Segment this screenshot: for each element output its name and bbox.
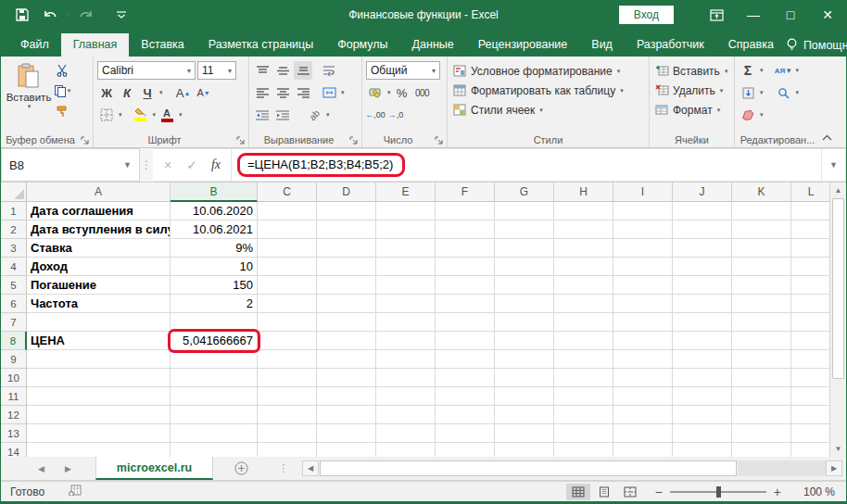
column-header-G[interactable]: G: [495, 183, 554, 202]
cell-B13[interactable]: [171, 424, 258, 443]
cell-J8[interactable]: [673, 332, 732, 350]
clear-icon[interactable]: [739, 106, 757, 124]
cell-C9[interactable]: [258, 350, 317, 369]
cell-G3[interactable]: [495, 239, 554, 258]
cell-B1[interactable]: 10.06.2020: [171, 202, 258, 220]
new-sheet-icon[interactable]: [213, 457, 269, 480]
orientation-icon[interactable]: ab: [301, 102, 327, 128]
cell-I13[interactable]: [613, 424, 673, 443]
cell-L2[interactable]: [791, 220, 829, 239]
maximize-button[interactable]: □: [772, 0, 809, 30]
cell-A11[interactable]: [27, 387, 171, 406]
cell-F3[interactable]: [436, 239, 495, 258]
italic-button[interactable]: К: [118, 83, 136, 102]
column-header-J[interactable]: J: [673, 183, 732, 202]
fill-color-icon[interactable]: [132, 106, 150, 124]
ribbon-display-options-icon[interactable]: [698, 0, 735, 30]
font-color-icon[interactable]: А: [158, 106, 176, 124]
scroll-right-icon[interactable]: ▶: [826, 460, 842, 476]
cell-E12[interactable]: [376, 406, 436, 424]
cell-L6[interactable]: [791, 295, 829, 313]
cell-J1[interactable]: [673, 202, 732, 220]
cell-E2[interactable]: [376, 220, 436, 239]
row-header-2[interactable]: 2: [1, 220, 27, 239]
cell-H14[interactable]: [554, 443, 613, 457]
delete-cells-button[interactable]: Удалить▾: [653, 81, 732, 100]
cell-A14[interactable]: [27, 443, 171, 457]
wrap-text-icon[interactable]: [320, 61, 338, 80]
row-header-14[interactable]: 14: [1, 443, 27, 457]
underline-dropdown-icon[interactable]: ▾: [159, 89, 163, 96]
cell-A3[interactable]: Ставка: [27, 239, 171, 258]
cell-C1[interactable]: [258, 202, 317, 220]
column-header-E[interactable]: E: [376, 183, 436, 202]
cell-B11[interactable]: [171, 387, 258, 406]
cell-E7[interactable]: [376, 313, 436, 332]
row-header-3[interactable]: 3: [1, 239, 27, 258]
cell-H8[interactable]: [554, 332, 613, 350]
enter-formula-icon[interactable]: ✓: [181, 158, 203, 172]
borders-icon[interactable]: [97, 106, 116, 124]
cell-E1[interactable]: [376, 202, 436, 220]
column-header-I[interactable]: I: [613, 183, 673, 202]
cell-L3[interactable]: [791, 239, 829, 258]
cell-F12[interactable]: [436, 406, 495, 424]
cell-L1[interactable]: [791, 202, 829, 220]
align-top-icon[interactable]: [253, 61, 272, 80]
fill-color-dropdown-icon[interactable]: ▾: [153, 111, 157, 119]
cell-J9[interactable]: [673, 350, 732, 369]
zoom-in-icon[interactable]: +: [774, 485, 781, 499]
cell-D14[interactable]: [317, 443, 376, 457]
scroll-down-icon[interactable]: ▼: [830, 441, 846, 457]
scroll-left-icon[interactable]: ◀: [302, 460, 319, 476]
cell-I11[interactable]: [613, 387, 673, 406]
redo-dropdown-icon[interactable]: ▾: [103, 11, 107, 19]
next-sheet-icon[interactable]: ▶: [65, 464, 71, 473]
cell-J10[interactable]: [673, 369, 732, 387]
find-select-icon[interactable]: [775, 83, 793, 102]
cell-G4[interactable]: [495, 258, 554, 276]
cell-J11[interactable]: [673, 387, 732, 406]
column-header-F[interactable]: F: [436, 183, 495, 202]
ribbon-tab[interactable]: Разметка страницы: [196, 33, 325, 57]
cell-B8[interactable]: 5,041666667: [171, 332, 258, 350]
cell-K6[interactable]: [732, 295, 791, 313]
vertical-scrollbar[interactable]: ▲ ▼: [829, 183, 846, 457]
merge-center-dropdown-icon[interactable]: ▾: [341, 89, 345, 96]
row-header-1[interactable]: 1: [1, 202, 27, 220]
cancel-formula-icon[interactable]: ×: [157, 158, 179, 172]
row-header-11[interactable]: 11: [1, 387, 27, 406]
undo-icon[interactable]: [38, 4, 62, 26]
horizontal-scrollbar[interactable]: ◀ ▶: [298, 457, 846, 480]
zoom-slider-thumb[interactable]: [716, 486, 721, 498]
zoom-level[interactable]: 100 %: [794, 485, 835, 498]
cell-L9[interactable]: [791, 350, 829, 369]
cell-A9[interactable]: [27, 350, 171, 369]
cell-B3[interactable]: 9%: [171, 239, 258, 258]
cell-B7[interactable]: [171, 313, 258, 332]
formula-bar-splitter[interactable]: ⋮: [140, 148, 153, 182]
cell-D9[interactable]: [317, 350, 376, 369]
cell-D2[interactable]: [317, 220, 376, 239]
cell-D4[interactable]: [317, 258, 376, 276]
cell-H7[interactable]: [554, 313, 613, 332]
collapse-ribbon-icon[interactable]: [822, 131, 832, 144]
undo-dropdown-icon[interactable]: ▾: [67, 11, 70, 19]
cell-E14[interactable]: [376, 443, 436, 457]
decrease-indent-icon[interactable]: [253, 106, 272, 124]
ribbon-tab[interactable]: Рецензирование: [466, 33, 580, 57]
cell-K2[interactable]: [732, 220, 791, 239]
fill-dropdown-icon[interactable]: ▾: [760, 89, 764, 96]
cell-C6[interactable]: [258, 295, 317, 313]
save-icon[interactable]: [10, 4, 34, 26]
cell-D5[interactable]: [317, 276, 376, 295]
fill-down-icon[interactable]: [739, 83, 757, 102]
view-page-layout-icon[interactable]: [592, 484, 616, 500]
insert-cells-button[interactable]: Вставить▾: [653, 61, 732, 81]
cell-K3[interactable]: [732, 239, 791, 258]
cell-A1[interactable]: Дата соглашения: [27, 202, 171, 220]
ribbon-tab[interactable]: Главная: [61, 33, 130, 57]
cell-G7[interactable]: [495, 313, 554, 332]
cell-L12[interactable]: [791, 406, 829, 424]
cell-D11[interactable]: [317, 387, 376, 406]
